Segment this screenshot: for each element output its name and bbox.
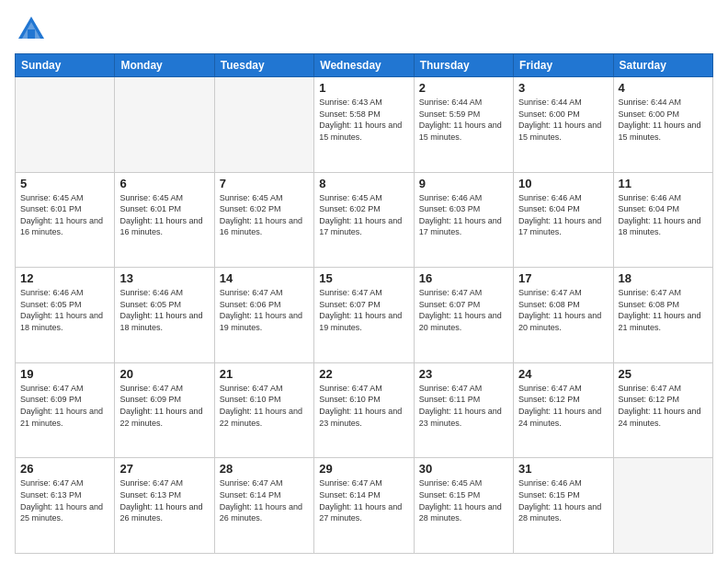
day-number: 6: [119, 177, 209, 190]
calendar-cell: 21Sunrise: 6:47 AM Sunset: 6:10 PM Dayli…: [214, 362, 313, 458]
day-info: Sunrise: 6:47 AM Sunset: 6:13 PM Dayligh…: [20, 477, 109, 523]
day-info: Sunrise: 6:46 AM Sunset: 6:05 PM Dayligh…: [20, 287, 109, 333]
day-number: 5: [20, 177, 109, 190]
day-info: Sunrise: 6:47 AM Sunset: 6:14 PM Dayligh…: [319, 477, 408, 523]
day-info: Sunrise: 6:47 AM Sunset: 6:08 PM Dayligh…: [518, 287, 608, 333]
day-info: Sunrise: 6:45 AM Sunset: 6:01 PM Dayligh…: [20, 192, 109, 238]
day-info: Sunrise: 6:46 AM Sunset: 6:05 PM Dayligh…: [119, 287, 209, 333]
day-number: 7: [220, 177, 309, 190]
calendar-cell: 12Sunrise: 6:46 AM Sunset: 6:05 PM Dayli…: [16, 268, 115, 363]
day-info: Sunrise: 6:47 AM Sunset: 6:06 PM Dayligh…: [220, 287, 309, 333]
calendar-cell: 9Sunrise: 6:46 AM Sunset: 6:03 PM Daylig…: [414, 172, 513, 268]
weekday-header-monday: Monday: [115, 54, 214, 77]
weekday-header-friday: Friday: [514, 54, 613, 77]
day-info: Sunrise: 6:43 AM Sunset: 5:58 PM Dayligh…: [319, 97, 408, 143]
day-info: Sunrise: 6:46 AM Sunset: 6:04 PM Dayligh…: [518, 192, 608, 238]
svg-rect-2: [28, 29, 35, 39]
day-info: Sunrise: 6:47 AM Sunset: 6:09 PM Dayligh…: [20, 383, 109, 429]
week-row-3: 19Sunrise: 6:47 AM Sunset: 6:09 PM Dayli…: [16, 362, 713, 458]
day-number: 17: [518, 271, 608, 285]
calendar-cell: 3Sunrise: 6:44 AM Sunset: 6:00 PM Daylig…: [514, 77, 613, 173]
logo: [15, 13, 51, 46]
week-row-1: 5Sunrise: 6:45 AM Sunset: 6:01 PM Daylig…: [16, 172, 713, 268]
calendar-cell: 30Sunrise: 6:45 AM Sunset: 6:15 PM Dayli…: [414, 458, 513, 554]
day-info: Sunrise: 6:44 AM Sunset: 6:00 PM Dayligh…: [619, 97, 708, 143]
calendar-cell: 27Sunrise: 6:47 AM Sunset: 6:13 PM Dayli…: [115, 458, 214, 554]
calendar-cell: 26Sunrise: 6:47 AM Sunset: 6:13 PM Dayli…: [16, 458, 115, 554]
weekday-header-sunday: Sunday: [16, 54, 115, 77]
day-info: Sunrise: 6:47 AM Sunset: 6:13 PM Dayligh…: [119, 477, 209, 523]
day-number: 22: [319, 367, 408, 381]
calendar-cell: 25Sunrise: 6:47 AM Sunset: 6:12 PM Dayli…: [613, 362, 712, 458]
day-info: Sunrise: 6:45 AM Sunset: 6:01 PM Dayligh…: [119, 192, 209, 238]
day-number: 25: [619, 367, 708, 381]
week-row-4: 26Sunrise: 6:47 AM Sunset: 6:13 PM Dayli…: [16, 458, 713, 554]
weekday-header-saturday: Saturday: [613, 54, 712, 77]
day-number: 8: [319, 177, 408, 190]
weekday-header-tuesday: Tuesday: [214, 54, 313, 77]
day-number: 2: [419, 81, 508, 95]
day-number: 1: [319, 81, 408, 95]
calendar-cell: 13Sunrise: 6:46 AM Sunset: 6:05 PM Dayli…: [115, 268, 214, 363]
day-number: 9: [419, 177, 508, 190]
calendar-cell: 18Sunrise: 6:47 AM Sunset: 6:08 PM Dayli…: [613, 268, 712, 363]
week-row-0: 1Sunrise: 6:43 AM Sunset: 5:58 PM Daylig…: [16, 77, 713, 173]
day-info: Sunrise: 6:47 AM Sunset: 6:07 PM Dayligh…: [419, 287, 508, 333]
day-number: 12: [20, 271, 109, 285]
day-number: 16: [419, 271, 508, 285]
day-number: 3: [518, 81, 608, 95]
page: SundayMondayTuesdayWednesdayThursdayFrid…: [0, 0, 728, 563]
calendar-cell: 8Sunrise: 6:45 AM Sunset: 6:02 PM Daylig…: [314, 172, 414, 268]
day-number: 13: [119, 271, 209, 285]
calendar-cell: 5Sunrise: 6:45 AM Sunset: 6:01 PM Daylig…: [16, 172, 115, 268]
day-number: 26: [20, 462, 109, 476]
day-info: Sunrise: 6:47 AM Sunset: 6:08 PM Dayligh…: [619, 287, 708, 333]
day-info: Sunrise: 6:47 AM Sunset: 6:10 PM Dayligh…: [220, 383, 309, 429]
day-info: Sunrise: 6:47 AM Sunset: 6:10 PM Dayligh…: [319, 383, 408, 429]
day-number: 4: [619, 81, 708, 95]
day-info: Sunrise: 6:46 AM Sunset: 6:03 PM Dayligh…: [419, 192, 508, 238]
day-info: Sunrise: 6:47 AM Sunset: 6:12 PM Dayligh…: [619, 383, 708, 429]
day-info: Sunrise: 6:47 AM Sunset: 6:07 PM Dayligh…: [319, 287, 408, 333]
day-number: 30: [419, 462, 508, 476]
weekday-header-row: SundayMondayTuesdayWednesdayThursdayFrid…: [16, 54, 713, 77]
calendar-cell: 1Sunrise: 6:43 AM Sunset: 5:58 PM Daylig…: [314, 77, 414, 173]
calendar-cell: 23Sunrise: 6:47 AM Sunset: 6:11 PM Dayli…: [414, 362, 513, 458]
calendar-cell: 10Sunrise: 6:46 AM Sunset: 6:04 PM Dayli…: [514, 172, 613, 268]
calendar-table: SundayMondayTuesdayWednesdayThursdayFrid…: [15, 53, 713, 554]
calendar-cell: 22Sunrise: 6:47 AM Sunset: 6:10 PM Dayli…: [314, 362, 414, 458]
calendar-cell: 19Sunrise: 6:47 AM Sunset: 6:09 PM Dayli…: [16, 362, 115, 458]
calendar-cell: 16Sunrise: 6:47 AM Sunset: 6:07 PM Dayli…: [414, 268, 513, 363]
day-info: Sunrise: 6:47 AM Sunset: 6:11 PM Dayligh…: [419, 383, 508, 429]
header: [15, 9, 713, 46]
day-info: Sunrise: 6:47 AM Sunset: 6:12 PM Dayligh…: [518, 383, 608, 429]
calendar-cell: 4Sunrise: 6:44 AM Sunset: 6:00 PM Daylig…: [613, 77, 712, 173]
day-number: 29: [319, 462, 408, 476]
calendar-cell: [115, 77, 214, 173]
logo-icon: [15, 13, 48, 46]
calendar-cell: 11Sunrise: 6:46 AM Sunset: 6:04 PM Dayli…: [613, 172, 712, 268]
day-number: 24: [518, 367, 608, 381]
day-number: 15: [319, 271, 408, 285]
day-number: 20: [119, 367, 209, 381]
day-info: Sunrise: 6:44 AM Sunset: 5:59 PM Dayligh…: [419, 97, 508, 143]
calendar-cell: 15Sunrise: 6:47 AM Sunset: 6:07 PM Dayli…: [314, 268, 414, 363]
day-info: Sunrise: 6:47 AM Sunset: 6:09 PM Dayligh…: [119, 383, 209, 429]
day-info: Sunrise: 6:46 AM Sunset: 6:04 PM Dayligh…: [619, 192, 708, 238]
calendar-cell: [613, 458, 712, 554]
day-info: Sunrise: 6:45 AM Sunset: 6:15 PM Dayligh…: [419, 477, 508, 523]
calendar-cell: 24Sunrise: 6:47 AM Sunset: 6:12 PM Dayli…: [514, 362, 613, 458]
weekday-header-wednesday: Wednesday: [314, 54, 414, 77]
day-info: Sunrise: 6:44 AM Sunset: 6:00 PM Dayligh…: [518, 97, 608, 143]
day-number: 28: [220, 462, 309, 476]
day-number: 10: [518, 177, 608, 190]
day-number: 14: [220, 271, 309, 285]
calendar-cell: [16, 77, 115, 173]
calendar-cell: 28Sunrise: 6:47 AM Sunset: 6:14 PM Dayli…: [214, 458, 313, 554]
weekday-header-thursday: Thursday: [414, 54, 513, 77]
calendar-cell: 31Sunrise: 6:46 AM Sunset: 6:15 PM Dayli…: [514, 458, 613, 554]
calendar-cell: [214, 77, 313, 173]
week-row-2: 12Sunrise: 6:46 AM Sunset: 6:05 PM Dayli…: [16, 268, 713, 363]
calendar-cell: 7Sunrise: 6:45 AM Sunset: 6:02 PM Daylig…: [214, 172, 313, 268]
day-info: Sunrise: 6:47 AM Sunset: 6:14 PM Dayligh…: [220, 477, 309, 523]
